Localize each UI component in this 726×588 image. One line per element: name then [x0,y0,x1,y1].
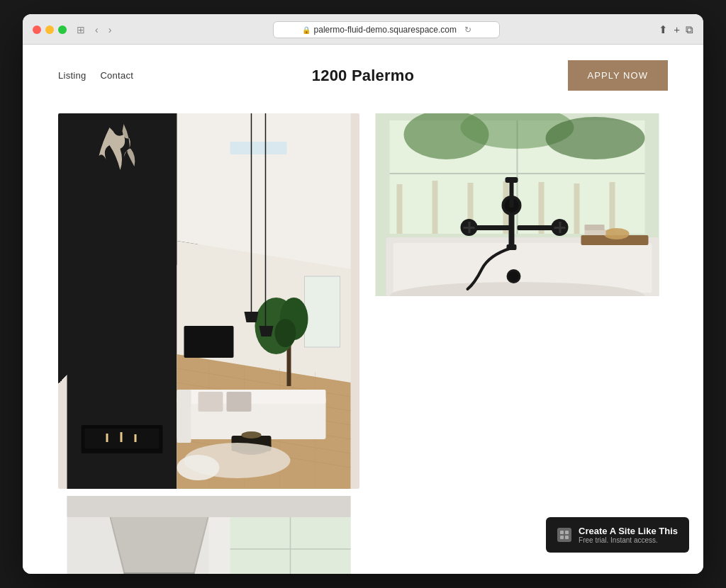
nav-right: Apply Now [568,60,668,91]
new-tab-icon[interactable]: + [674,23,680,36]
badge-text: Create A Site Like This Free trial. Inst… [579,526,678,544]
svg-rect-20 [305,276,340,347]
svg-rect-7 [230,142,287,154]
svg-rect-23 [177,390,191,443]
svg-rect-52 [574,183,580,234]
svg-rect-53 [610,182,615,234]
close-button[interactable] [33,26,41,34]
svg-point-46 [546,117,645,159]
svg-rect-48 [432,181,438,234]
refresh-icon[interactable]: ↻ [464,25,471,35]
browser-window: ⊞ ‹ › 🔒 palermo-fluid-demo.squarespace.c… [23,14,703,574]
page-title: 1200 Palermo [312,67,415,84]
browser-nav-controls: ⊞ ‹ › [74,23,114,37]
forward-icon[interactable]: › [106,23,115,37]
svg-rect-76 [507,244,517,250]
svg-rect-25 [227,392,252,412]
address-bar[interactable]: 🔒 palermo-fluid-demo.squarespace.com ↻ [273,21,500,38]
navigation: Listing Contact 1200 Palermo Apply Now [23,45,703,106]
gallery-image-living-room [58,113,359,489]
page-content: Listing Contact 1200 Palermo Apply Now [23,45,703,574]
svg-rect-75 [559,222,562,233]
nav-link-listing[interactable]: Listing [58,70,86,81]
svg-point-28 [242,431,262,439]
svg-marker-38 [259,326,274,337]
svg-rect-101 [565,536,569,539]
svg-rect-79 [67,496,351,517]
svg-point-58 [604,228,630,239]
gallery [23,106,703,574]
svg-rect-39 [184,326,234,358]
svg-rect-100 [560,536,564,539]
badge-sub-text: Free trial. Instant access. [579,536,678,544]
svg-rect-82 [124,572,195,574]
gallery-image-bathroom [367,113,668,296]
window-toggle-icon[interactable]: ⊞ [74,23,88,37]
traffic-lights [33,26,67,34]
windows-icon[interactable]: ⧉ [686,23,693,36]
address-bar-container: 🔒 palermo-fluid-demo.squarespace.com ↻ [121,21,652,38]
svg-rect-66 [510,181,514,208]
svg-marker-81 [111,517,208,572]
squarespace-badge[interactable]: Create A Site Like This Free trial. Inst… [546,517,689,553]
nav-links: Listing Contact [58,70,133,81]
svg-rect-24 [199,392,223,412]
svg-rect-60 [585,225,605,230]
badge-main-text: Create A Site Like This [579,526,678,536]
squarespace-logo [557,528,571,542]
share-icon[interactable]: ⬆ [659,23,668,36]
svg-rect-3 [106,434,108,442]
svg-rect-59 [585,230,606,235]
svg-point-34 [275,319,296,347]
svg-rect-67 [506,177,518,183]
svg-point-30 [177,455,220,480]
svg-rect-98 [560,531,564,534]
lock-icon: 🔒 [302,26,311,34]
maximize-button[interactable] [58,26,67,34]
browser-actions: ⬆ + ⧉ [659,23,693,36]
back-icon[interactable]: ‹ [92,23,101,37]
svg-rect-99 [565,531,569,534]
browser-chrome: ⊞ ‹ › 🔒 palermo-fluid-demo.squarespace.c… [23,14,703,45]
svg-rect-5 [135,434,137,442]
svg-marker-36 [245,312,259,322]
svg-rect-47 [397,184,403,234]
svg-rect-4 [121,432,123,442]
url-text: palermo-fluid-demo.squarespace.com [314,25,457,35]
nav-link-contact[interactable]: Contact [100,70,133,81]
minimize-button[interactable] [45,26,54,34]
apply-now-button[interactable]: Apply Now [568,60,668,91]
gallery-image-kitchen [58,496,359,574]
svg-rect-72 [469,222,471,233]
svg-point-62 [509,271,519,281]
